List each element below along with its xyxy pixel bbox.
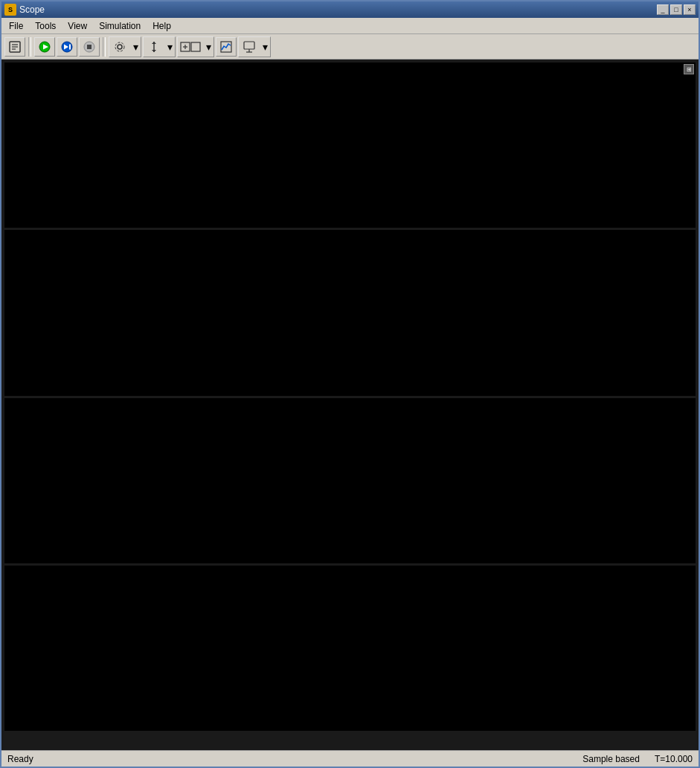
menu-bar: File Tools View Simulation Help [1,18,699,34]
svg-text:10: 10 [6,63,15,67]
menu-tools[interactable]: Tools [29,19,62,33]
main-window: S Scope _ □ × File Tools View Simulation… [0,0,700,768]
svg-text:5: 5 [6,100,10,109]
x-axis: 012345678910 [1,734,699,750]
svg-text:10: 10 [693,737,699,746]
expand-button-1[interactable]: ⊞ [684,64,694,74]
scope-content: ⊞ 1050-5-10 50-5 100-10 50-5-10 01234567… [1,60,699,750]
maximize-button[interactable]: □ [670,4,682,15]
time-display: T=10.000 [655,754,693,764]
minimize-button[interactable]: _ [657,4,669,15]
toolbar-stop-btn[interactable] [79,37,100,57]
svg-text:6: 6 [441,737,446,746]
plot-2-svg: 50-5 [4,230,696,395]
toolbar-settings-btn[interactable] [109,37,130,57]
window-title: Scope [19,4,45,15]
status-right: Sample based T=10.000 [582,754,693,764]
svg-text:-10: -10 [6,532,19,540]
title-bar: S Scope _ □ × [1,1,699,18]
svg-text:-5: -5 [6,685,15,694]
svg-text:0: 0 [59,737,64,746]
svg-rect-17 [191,42,200,51]
svg-text:1: 1 [122,737,127,746]
svg-text:4: 4 [313,737,318,746]
status-ready: Ready [7,754,33,764]
svg-text:-10: -10 [6,727,19,731]
svg-text:5: 5 [377,737,382,746]
svg-rect-8 [69,44,71,49]
svg-text:8: 8 [568,737,574,746]
svg-text:0: 0 [6,309,10,317]
menu-help[interactable]: Help [147,19,177,33]
svg-point-11 [118,45,122,49]
toolbar-cursor-btn[interactable] [144,37,164,57]
svg-text:-5: -5 [6,183,15,191]
svg-text:3: 3 [250,737,255,746]
menu-file[interactable]: File [3,19,29,33]
toolbar-zoom-btn[interactable] [178,37,203,57]
svg-text:5: 5 [6,603,10,611]
plots-area: ⊞ 1050-5-10 50-5 100-10 50-5-10 [1,60,699,734]
sample-based-label: Sample based [582,754,640,764]
toolbar-dropdown4[interactable]: ▾ [260,37,270,57]
svg-rect-10 [87,45,91,49]
svg-text:0: 0 [6,644,10,653]
close-button[interactable]: × [684,4,696,15]
toolbar-autoscale-btn[interactable] [216,37,237,57]
toolbar: ▾ ▾ ▾ [1,34,699,60]
toolbar-dropdown2[interactable]: ▾ [164,37,175,57]
toolbar-sep2 [103,37,106,57]
menu-view[interactable]: View [62,19,93,33]
toolbar-step-btn[interactable] [57,37,77,57]
status-bar: Ready Sample based T=10.000 [1,750,699,767]
toolbar-annotate-btn[interactable] [239,37,260,57]
svg-text:2: 2 [186,737,191,746]
svg-text:-5: -5 [6,391,15,395]
plot-1-svg: 1050-5-10 [4,63,696,228]
svg-rect-86 [34,230,696,236]
svg-marker-14 [152,42,156,44]
svg-text:10: 10 [6,422,15,430]
svg-text:0: 0 [6,141,10,150]
plot-panel-3: 100-10 [4,398,696,563]
toolbar-dropdown3[interactable]: ▾ [203,37,213,57]
menu-simulation[interactable]: Simulation [93,19,147,33]
svg-text:-10: -10 [6,224,19,228]
window-controls: _ □ × [657,4,696,15]
plot-4-svg: 50-5-10 [4,566,696,731]
toolbar-dropdown1[interactable]: ▾ [130,37,141,57]
app-icon: S [4,4,16,16]
plot-panel-1: ⊞ 1050-5-10 [4,63,696,228]
svg-text:5: 5 [6,230,10,234]
svg-text:9: 9 [632,737,638,746]
toolbar-sep1 [28,37,31,57]
svg-text:7: 7 [505,737,510,746]
toolbar-new-btn[interactable] [4,37,25,57]
svg-text:0: 0 [6,477,10,485]
svg-point-12 [115,42,124,51]
svg-marker-15 [152,50,156,52]
svg-rect-21 [244,42,254,49]
plot-panel-4: 50-5-10 [4,566,696,731]
plot-panel-2: 50-5 [4,230,696,395]
toolbar-run-btn[interactable] [34,37,55,57]
plot-3-svg: 100-10 [4,398,696,563]
svg-rect-87 [34,389,696,395]
